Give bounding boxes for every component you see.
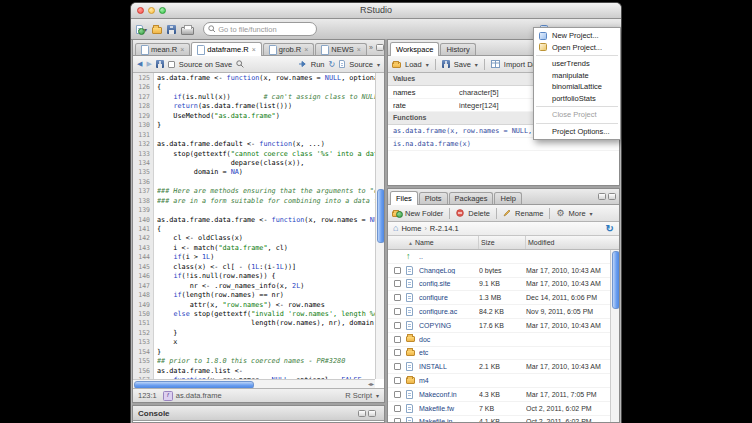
file-name[interactable]: configure xyxy=(419,294,479,301)
file-checkbox[interactable] xyxy=(394,349,401,356)
file-name[interactable]: ChangeLog xyxy=(419,267,479,274)
console-header[interactable]: Console xyxy=(133,406,384,421)
file-row[interactable]: m4 xyxy=(388,374,610,388)
tab-news[interactable]: NEWS× xyxy=(315,43,367,55)
file-row[interactable]: etc xyxy=(388,347,610,361)
tab-workspace[interactable]: Workspace xyxy=(390,42,439,56)
file-name[interactable]: config.site xyxy=(419,280,479,287)
size-column-header[interactable]: Size xyxy=(479,236,526,249)
titlebar[interactable]: RStudio xyxy=(131,3,621,19)
file-checkbox[interactable] xyxy=(394,294,401,301)
tab-dataframe-r[interactable]: dataframe.R× xyxy=(191,42,261,56)
file-checkbox[interactable] xyxy=(394,336,401,343)
tab-help[interactable]: Help xyxy=(494,192,521,204)
file-row[interactable]: configure1.3 MBDec 14, 2011, 6:06 PM xyxy=(388,291,610,305)
file-row[interactable]: ↑.. xyxy=(388,250,610,264)
minimize-pane-button[interactable] xyxy=(376,44,384,51)
load-button[interactable]: Load xyxy=(405,60,422,69)
tab-history[interactable]: History xyxy=(440,43,475,55)
file-name[interactable]: Makeconf.in xyxy=(419,391,479,398)
menu-item-open-project[interactable]: Open Project... xyxy=(534,42,620,54)
breadcrumb-home[interactable]: Home xyxy=(401,224,421,233)
file-name[interactable]: .. xyxy=(419,253,479,260)
menu-item-binomiallattice[interactable]: binomialLattice xyxy=(534,81,620,93)
tab-packages[interactable]: Packages xyxy=(449,192,494,204)
minimize-pane-button[interactable] xyxy=(358,410,366,417)
menu-item-new-project[interactable]: New Project... xyxy=(534,30,620,42)
tab-files[interactable]: Files xyxy=(390,191,418,205)
file-row[interactable]: ChangeLog0 bytesMar 17, 2010, 10:43 AM xyxy=(388,264,610,278)
minimize-window-button[interactable] xyxy=(148,7,155,14)
back-icon[interactable]: ◀ xyxy=(137,60,142,68)
source-button[interactable]: Source xyxy=(349,60,373,69)
file-row[interactable]: Makefile.fw7 KBOct 2, 2011, 6:02 PM xyxy=(388,402,610,416)
run-button[interactable]: Run xyxy=(311,60,325,69)
tab-grob-r[interactable]: grob.R× xyxy=(263,43,315,55)
file-checkbox[interactable] xyxy=(394,391,401,398)
scrollbar-arrows-icon[interactable]: ◂▸ xyxy=(368,380,374,388)
print-button[interactable] xyxy=(181,23,194,35)
name-column-header[interactable]: ▲ Name xyxy=(406,236,479,249)
file-checkbox[interactable] xyxy=(394,363,401,370)
file-row[interactable]: Makeconf.in4.3 KBMar 17, 2011, 7:05 PM xyxy=(388,388,610,402)
close-tab-icon[interactable]: × xyxy=(304,46,308,53)
find-icon[interactable] xyxy=(236,60,244,68)
scrollbar-thumb[interactable] xyxy=(612,251,619,309)
file-checkbox[interactable] xyxy=(394,280,401,287)
file-row[interactable]: INSTALL2.1 KBMar 17, 2010, 10:43 AM xyxy=(388,360,610,374)
open-file-button[interactable] xyxy=(152,25,162,34)
file-row[interactable]: COPYING17.6 KBMar 17, 2010, 10:43 AM xyxy=(388,319,610,333)
document-type-selector[interactable]: R Script ▾ xyxy=(345,391,379,400)
file-checkbox[interactable] xyxy=(394,308,401,315)
menu-item-usertrends[interactable]: userTrends xyxy=(534,58,620,70)
source-on-save-checkbox[interactable] xyxy=(168,61,175,68)
file-checkbox[interactable] xyxy=(394,405,401,412)
minimize-pane-button[interactable] xyxy=(598,193,606,200)
forward-icon[interactable]: ▶ xyxy=(146,60,151,68)
tab-plots[interactable]: Plots xyxy=(419,192,448,204)
file-checkbox[interactable] xyxy=(394,377,401,384)
close-tab-icon[interactable]: × xyxy=(252,46,256,53)
file-checkbox[interactable] xyxy=(394,267,401,274)
save-button[interactable]: Save xyxy=(454,60,471,69)
maximize-pane-button[interactable] xyxy=(608,193,616,200)
close-tab-icon[interactable]: × xyxy=(357,46,361,53)
tab-mean-r[interactable]: mean.R× xyxy=(135,43,190,55)
scrollbar-thumb[interactable] xyxy=(377,189,384,243)
file-name[interactable]: COPYING xyxy=(419,322,479,329)
menu-item-portfoliostats[interactable]: portfolioStats xyxy=(534,93,620,105)
editor-vertical-scrollbar[interactable] xyxy=(375,73,384,379)
file-name[interactable]: Makefile.fw xyxy=(419,405,479,412)
file-name[interactable]: INSTALL xyxy=(419,363,479,370)
file-row[interactable]: doc xyxy=(388,333,610,347)
maximize-pane-button[interactable] xyxy=(368,410,376,417)
new-folder-button[interactable]: New Folder xyxy=(405,209,443,218)
close-tab-icon[interactable]: × xyxy=(180,46,184,53)
files-vertical-scrollbar[interactable] xyxy=(610,250,619,422)
breadcrumb-folder[interactable]: R-2.14.1 xyxy=(430,224,459,233)
code-text[interactable]: as.data.frame <- function(x, row.names =… xyxy=(157,73,375,379)
scrollbar-thumb[interactable] xyxy=(134,381,254,388)
menu-item-project-options[interactable]: Project Options... xyxy=(534,126,620,138)
rerun-icon[interactable]: ↻ xyxy=(329,60,336,69)
file-name[interactable]: doc xyxy=(419,336,479,343)
search-input[interactable] xyxy=(218,25,312,34)
rename-button[interactable]: Rename xyxy=(515,209,543,218)
save-button[interactable] xyxy=(167,25,176,34)
file-row[interactable]: configure.ac84.2 KBNov 9, 2011, 6:05 PM xyxy=(388,305,610,319)
zoom-window-button[interactable] xyxy=(159,7,166,14)
file-checkbox[interactable] xyxy=(394,418,401,422)
code-editor[interactable]: 1251261271281291301311321331341351361371… xyxy=(133,73,384,388)
file-row[interactable]: config.site9.1 KBMar 17, 2010, 10:43 AM xyxy=(388,278,610,292)
delete-button[interactable]: Delete xyxy=(468,209,490,218)
file-name[interactable]: configure.ac xyxy=(419,308,479,315)
modified-column-header[interactable]: Modified xyxy=(526,236,610,249)
file-row[interactable]: Makefile.in4.1 KBOct 2, 2011, 6:02 PM xyxy=(388,416,610,422)
close-window-button[interactable] xyxy=(137,7,144,14)
file-checkbox[interactable] xyxy=(394,322,401,329)
new-file-button[interactable]: ▾ xyxy=(136,25,147,34)
editor-horizontal-scrollbar[interactable]: ◂▸ xyxy=(133,379,375,388)
more-button[interactable]: More xyxy=(568,209,585,218)
menu-item-manipulate[interactable]: manipulate xyxy=(534,70,620,82)
file-name[interactable]: m4 xyxy=(419,377,479,384)
